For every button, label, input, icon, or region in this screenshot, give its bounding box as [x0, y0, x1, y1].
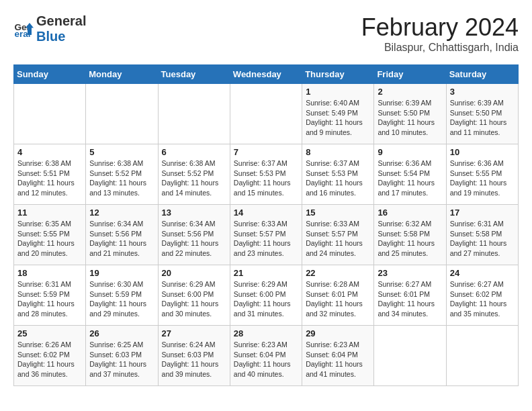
day-number: 18: [17, 268, 82, 278]
day-info: Sunrise: 6:39 AM Sunset: 5:50 PM Dayligh…: [378, 98, 442, 138]
day-number: 22: [306, 268, 370, 278]
day-info: Sunrise: 6:30 AM Sunset: 5:59 PM Dayligh…: [89, 279, 154, 319]
day-info: Sunrise: 6:29 AM Sunset: 6:00 PM Dayligh…: [234, 279, 298, 319]
weekday-header-tuesday: Tuesday: [158, 65, 230, 84]
day-info: Sunrise: 6:24 AM Sunset: 6:03 PM Dayligh…: [162, 340, 226, 379]
calendar-week-3: 11Sunrise: 6:35 AM Sunset: 5:55 PM Dayli…: [14, 205, 519, 265]
day-info: Sunrise: 6:33 AM Sunset: 5:57 PM Dayligh…: [306, 219, 370, 259]
calendar-cell: 14Sunrise: 6:33 AM Sunset: 5:57 PM Dayli…: [230, 205, 302, 265]
day-number: 6: [162, 147, 226, 157]
day-info: Sunrise: 6:39 AM Sunset: 5:50 PM Dayligh…: [450, 98, 515, 138]
day-info: Sunrise: 6:38 AM Sunset: 5:51 PM Dayligh…: [17, 158, 82, 198]
day-number: 29: [306, 328, 370, 338]
calendar-cell: 24Sunrise: 6:27 AM Sunset: 6:02 PM Dayli…: [446, 265, 518, 326]
day-number: 17: [450, 208, 515, 218]
calendar-cell: 8Sunrise: 6:37 AM Sunset: 5:53 PM Daylig…: [302, 144, 374, 205]
calendar-cell: 11Sunrise: 6:35 AM Sunset: 5:55 PM Dayli…: [14, 205, 86, 265]
day-number: 1: [306, 87, 370, 97]
day-number: 19: [89, 268, 154, 278]
calendar-cell: 21Sunrise: 6:29 AM Sunset: 6:00 PM Dayli…: [230, 265, 302, 326]
day-info: Sunrise: 6:31 AM Sunset: 5:58 PM Dayligh…: [450, 219, 515, 259]
weekday-header-row: SundayMondayTuesdayWednesdayThursdayFrid…: [14, 65, 519, 84]
calendar-cell: 16Sunrise: 6:32 AM Sunset: 5:58 PM Dayli…: [374, 205, 446, 265]
day-info: Sunrise: 6:23 AM Sunset: 6:04 PM Dayligh…: [234, 340, 298, 379]
day-number: 2: [378, 87, 442, 97]
calendar-cell: [86, 84, 158, 144]
calendar-cell: 1Sunrise: 6:40 AM Sunset: 5:49 PM Daylig…: [302, 84, 374, 144]
page-header: Gen eral General Blue February 2024 Bila…: [13, 13, 519, 54]
day-info: Sunrise: 6:37 AM Sunset: 5:53 PM Dayligh…: [306, 158, 370, 198]
calendar-title: February 2024: [361, 13, 519, 42]
day-info: Sunrise: 6:28 AM Sunset: 6:01 PM Dayligh…: [306, 279, 370, 319]
calendar-cell: 29Sunrise: 6:23 AM Sunset: 6:04 PM Dayli…: [302, 326, 374, 386]
day-number: 3: [450, 87, 515, 97]
calendar-cell: 9Sunrise: 6:36 AM Sunset: 5:54 PM Daylig…: [374, 144, 446, 205]
calendar-cell: 17Sunrise: 6:31 AM Sunset: 5:58 PM Dayli…: [446, 205, 518, 265]
calendar-cell: 19Sunrise: 6:30 AM Sunset: 5:59 PM Dayli…: [86, 265, 158, 326]
day-info: Sunrise: 6:35 AM Sunset: 5:55 PM Dayligh…: [17, 219, 82, 259]
calendar-cell: 22Sunrise: 6:28 AM Sunset: 6:01 PM Dayli…: [302, 265, 374, 326]
calendar-cell: 25Sunrise: 6:26 AM Sunset: 6:02 PM Dayli…: [14, 326, 86, 386]
logo-icon: Gen eral: [13, 19, 34, 39]
calendar-cell: 18Sunrise: 6:31 AM Sunset: 5:59 PM Dayli…: [14, 265, 86, 326]
day-info: Sunrise: 6:26 AM Sunset: 6:02 PM Dayligh…: [17, 340, 82, 379]
day-info: Sunrise: 6:29 AM Sunset: 6:00 PM Dayligh…: [162, 279, 226, 319]
day-number: 25: [17, 328, 82, 338]
day-info: Sunrise: 6:36 AM Sunset: 5:55 PM Dayligh…: [450, 158, 515, 198]
weekday-header-saturday: Saturday: [446, 65, 518, 84]
day-number: 15: [306, 208, 370, 218]
calendar-table: SundayMondayTuesdayWednesdayThursdayFrid…: [13, 64, 519, 386]
calendar-cell: [446, 326, 518, 386]
weekday-header-wednesday: Wednesday: [230, 65, 302, 84]
day-info: Sunrise: 6:37 AM Sunset: 5:53 PM Dayligh…: [234, 158, 298, 198]
day-info: Sunrise: 6:27 AM Sunset: 6:02 PM Dayligh…: [450, 279, 515, 319]
calendar-cell: [374, 326, 446, 386]
day-info: Sunrise: 6:32 AM Sunset: 5:58 PM Dayligh…: [378, 219, 442, 259]
title-block: February 2024 Bilaspur, Chhattisgarh, In…: [361, 13, 519, 54]
calendar-week-4: 18Sunrise: 6:31 AM Sunset: 5:59 PM Dayli…: [14, 265, 519, 326]
calendar-cell: 20Sunrise: 6:29 AM Sunset: 6:00 PM Dayli…: [158, 265, 230, 326]
calendar-cell: 15Sunrise: 6:33 AM Sunset: 5:57 PM Dayli…: [302, 205, 374, 265]
calendar-week-5: 25Sunrise: 6:26 AM Sunset: 6:02 PM Dayli…: [14, 326, 519, 386]
calendar-cell: 2Sunrise: 6:39 AM Sunset: 5:50 PM Daylig…: [374, 84, 446, 144]
logo-text-top: General: [36, 13, 86, 29]
day-info: Sunrise: 6:25 AM Sunset: 6:03 PM Dayligh…: [89, 340, 154, 379]
day-info: Sunrise: 6:38 AM Sunset: 5:52 PM Dayligh…: [89, 158, 154, 198]
day-info: Sunrise: 6:36 AM Sunset: 5:54 PM Dayligh…: [378, 158, 442, 198]
calendar-week-2: 4Sunrise: 6:38 AM Sunset: 5:51 PM Daylig…: [14, 144, 519, 205]
calendar-cell: [158, 84, 230, 144]
calendar-cell: 6Sunrise: 6:38 AM Sunset: 5:52 PM Daylig…: [158, 144, 230, 205]
calendar-cell: [230, 84, 302, 144]
calendar-cell: 13Sunrise: 6:34 AM Sunset: 5:56 PM Dayli…: [158, 205, 230, 265]
day-number: 7: [234, 147, 298, 157]
weekday-header-monday: Monday: [86, 65, 158, 84]
day-number: 8: [306, 147, 370, 157]
day-number: 21: [234, 268, 298, 278]
calendar-cell: 23Sunrise: 6:27 AM Sunset: 6:01 PM Dayli…: [374, 265, 446, 326]
calendar-cell: 12Sunrise: 6:34 AM Sunset: 5:56 PM Dayli…: [86, 205, 158, 265]
day-number: 10: [450, 147, 515, 157]
day-number: 9: [378, 147, 442, 157]
calendar-cell: 3Sunrise: 6:39 AM Sunset: 5:50 PM Daylig…: [446, 84, 518, 144]
day-number: 13: [162, 208, 226, 218]
day-info: Sunrise: 6:40 AM Sunset: 5:49 PM Dayligh…: [306, 98, 370, 138]
day-number: 26: [89, 328, 154, 338]
calendar-cell: 7Sunrise: 6:37 AM Sunset: 5:53 PM Daylig…: [230, 144, 302, 205]
day-info: Sunrise: 6:34 AM Sunset: 5:56 PM Dayligh…: [162, 219, 226, 259]
day-number: 11: [17, 208, 82, 218]
calendar-subtitle: Bilaspur, Chhattisgarh, India: [361, 42, 519, 54]
day-number: 28: [234, 328, 298, 338]
weekday-header-thursday: Thursday: [302, 65, 374, 84]
calendar-cell: 4Sunrise: 6:38 AM Sunset: 5:51 PM Daylig…: [14, 144, 86, 205]
day-info: Sunrise: 6:34 AM Sunset: 5:56 PM Dayligh…: [89, 219, 154, 259]
day-number: 4: [17, 147, 82, 157]
day-number: 27: [162, 328, 226, 338]
calendar-cell: 28Sunrise: 6:23 AM Sunset: 6:04 PM Dayli…: [230, 326, 302, 386]
day-number: 24: [450, 268, 515, 278]
calendar-cell: 27Sunrise: 6:24 AM Sunset: 6:03 PM Dayli…: [158, 326, 230, 386]
day-info: Sunrise: 6:38 AM Sunset: 5:52 PM Dayligh…: [162, 158, 226, 198]
day-number: 14: [234, 208, 298, 218]
day-number: 5: [89, 147, 154, 157]
day-info: Sunrise: 6:33 AM Sunset: 5:57 PM Dayligh…: [234, 219, 298, 259]
logo-text-bottom: Blue: [36, 29, 86, 44]
